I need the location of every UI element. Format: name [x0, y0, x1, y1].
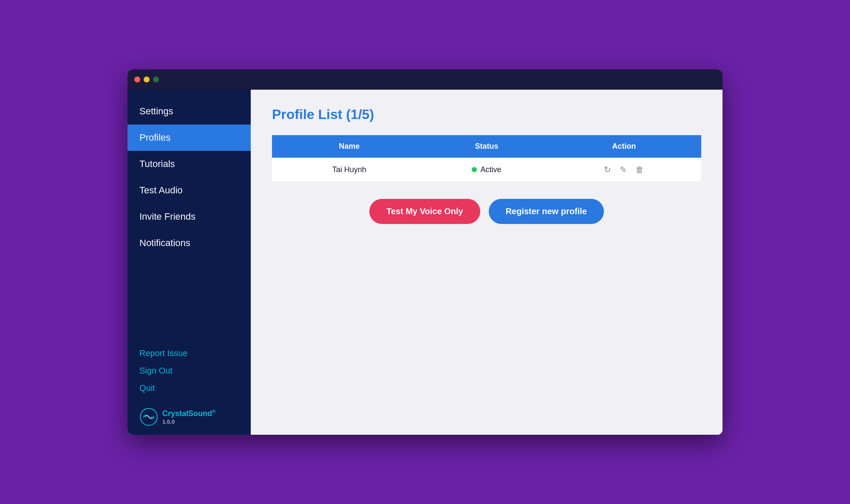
register-profile-button[interactable]: Register new profile [489, 199, 604, 224]
table-header-status: Status [418, 142, 555, 151]
profile-name: Tai Huynh [280, 165, 418, 174]
logo-version: 1.0.0 [162, 419, 215, 425]
table-header-name: Name [280, 142, 418, 151]
app-window: Settings Profiles Tutorials Test Audio I… [128, 69, 722, 435]
minimize-button[interactable] [144, 76, 150, 82]
table-row: Tai Huynh Active ↻ ✎ 🗑 [272, 158, 701, 182]
test-voice-button[interactable]: Test My Voice Only [369, 199, 480, 224]
crystalsound-logo-icon [139, 408, 158, 426]
sidebar-item-settings[interactable]: Settings [128, 98, 251, 125]
edit-icon[interactable]: ✎ [620, 164, 627, 175]
delete-icon[interactable]: 🗑 [635, 165, 644, 175]
refresh-icon[interactable]: ↻ [604, 164, 611, 175]
sidebar-item-test-audio[interactable]: Test Audio [128, 177, 251, 204]
app-body: Settings Profiles Tutorials Test Audio I… [128, 90, 722, 435]
sidebar-bottom: Report Issue Sign Out Quit [128, 340, 251, 435]
sidebar-item-profiles[interactable]: Profiles [128, 125, 251, 151]
sidebar-item-tutorials[interactable]: Tutorials [128, 151, 251, 177]
sidebar: Settings Profiles Tutorials Test Audio I… [128, 90, 251, 435]
sidebar-item-notifications[interactable]: Notifications [128, 230, 251, 256]
report-issue-link[interactable]: Report Issue [139, 348, 239, 358]
action-icons: ↻ ✎ 🗑 [555, 164, 693, 175]
button-row: Test My Voice Only Register new profile [272, 199, 701, 224]
quit-link[interactable]: Quit [139, 383, 239, 393]
title-bar [128, 69, 722, 90]
logo-text: CrystalSound® 1.0.0 [162, 409, 215, 425]
sidebar-item-invite-friends[interactable]: Invite Friends [128, 204, 251, 230]
main-content: Profile List (1/5) Name Status Action Ta… [251, 90, 722, 435]
logo-brand: CrystalSound® [162, 409, 215, 419]
table-header: Name Status Action [272, 135, 701, 158]
profile-table: Name Status Action Tai Huynh Active [272, 135, 701, 182]
maximize-button[interactable] [153, 76, 159, 82]
sign-out-link[interactable]: Sign Out [139, 366, 239, 376]
logo-area: CrystalSound® 1.0.0 [139, 408, 239, 426]
profile-status: Active [418, 165, 555, 174]
status-badge: Active [418, 165, 555, 174]
status-dot [472, 167, 477, 172]
page-title: Profile List (1/5) [272, 107, 701, 122]
profile-actions: ↻ ✎ 🗑 [555, 164, 693, 175]
close-button[interactable] [134, 76, 140, 82]
table-header-action: Action [555, 142, 693, 151]
